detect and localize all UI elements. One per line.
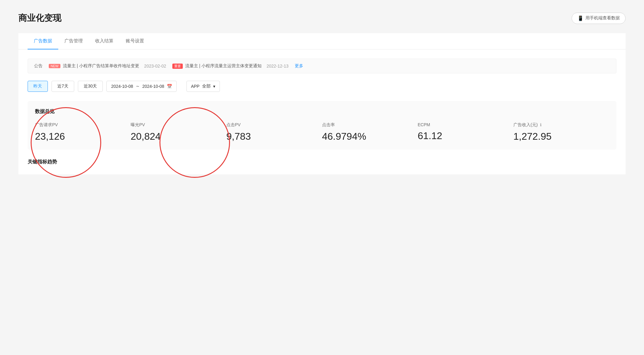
- announcement-more-link[interactable]: 更多: [295, 63, 303, 69]
- filter-30days[interactable]: 近30天: [78, 81, 103, 92]
- page-header: 商业化变现 📱 用手机端查看数据: [18, 12, 626, 24]
- metric-value-ecpm: 61.12: [418, 130, 504, 142]
- metric-value-ad-request: 23,126: [35, 131, 121, 142]
- circle-annotation-1: [31, 107, 101, 178]
- date-end: 2024-10-08: [142, 84, 164, 89]
- metric-label-impression: 曝光PV: [131, 122, 217, 128]
- tab-ad-management[interactable]: 广告管理: [58, 33, 89, 49]
- announcement-date-1: 2023-02-02: [144, 64, 166, 68]
- main-content: 公告 NEW 流量主 | 小程序广告结算单收件地址变更 2023-02-02 重…: [18, 49, 626, 174]
- filter-yesterday[interactable]: 昨天: [28, 81, 48, 92]
- trend-section: 关键指标趋势: [28, 159, 616, 165]
- data-overview-title: 数据总览: [35, 108, 609, 115]
- metric-ctr: 点击率 46.9794%: [322, 122, 418, 142]
- announcement-label: 公告: [34, 63, 43, 69]
- page-wrapper: 商业化变现 📱 用手机端查看数据 广告数据 广告管理 收入结算 账号设置 公告 …: [0, 0, 644, 355]
- mobile-btn-label: 用手机端查看数据: [585, 15, 620, 21]
- chevron-down-icon: ▾: [213, 84, 215, 89]
- tab-account[interactable]: 账号设置: [120, 33, 150, 49]
- date-range-picker[interactable]: 2024-10-08 ～ 2024-10-08 📅: [106, 81, 176, 92]
- announcement-item-2: 重要 流量主 | 小程序流量主运营主体变更通知 2022-12-13: [172, 63, 289, 69]
- page-title: 商业化变现: [18, 12, 61, 24]
- metrics-row: 广告请求PV 23,126 曝光PV 20,824 点击PV 9,783 点击率…: [35, 122, 609, 142]
- filter-bar: 昨天 近7天 近30天 2024-10-08 ～ 2024-10-08 📅 AP…: [28, 81, 616, 92]
- badge-important-2: 重要: [172, 64, 183, 69]
- mobile-view-button[interactable]: 📱 用手机端查看数据: [572, 13, 626, 24]
- metric-value-ctr: 46.9794%: [322, 131, 408, 142]
- filter-7days[interactable]: 近7天: [52, 81, 74, 92]
- app-value: 全部: [202, 84, 211, 89]
- badge-new-1: NEW: [49, 64, 60, 68]
- phone-icon: 📱: [577, 15, 584, 21]
- metric-label-ad-request: 广告请求PV: [35, 122, 121, 128]
- app-label: APP: [191, 84, 200, 89]
- calendar-icon: 📅: [167, 84, 172, 89]
- metric-label-click: 点击PV: [226, 122, 313, 128]
- announcement-item-1: NEW 流量主 | 小程序广告结算单收件地址变更 2023-02-02: [49, 63, 166, 69]
- metric-impression: 曝光PV 20,824: [131, 122, 226, 142]
- metric-label-ctr: 点击率: [322, 122, 408, 128]
- metric-click: 点击PV 9,783: [226, 122, 322, 142]
- date-start: 2024-10-08: [111, 84, 133, 89]
- metric-label-ecpm: ECPM: [418, 122, 504, 127]
- tab-revenue[interactable]: 收入结算: [89, 33, 120, 49]
- announcement-bar: 公告 NEW 流量主 | 小程序广告结算单收件地址变更 2023-02-02 重…: [28, 59, 616, 73]
- announcement-text-1: 流量主 | 小程序广告结算单收件地址变更: [63, 63, 139, 69]
- app-selector[interactable]: APP 全部 ▾: [186, 81, 220, 92]
- info-icon[interactable]: ℹ: [540, 123, 542, 127]
- metric-revenue: 广告收入(元) ℹ 1,272.95: [513, 122, 609, 142]
- metric-value-click: 9,783: [226, 131, 313, 142]
- data-overview-section: 数据总览 广告请求PV 23,126 曝光PV 20,824 点击PV 9,78…: [28, 101, 616, 150]
- metric-ecpm: ECPM 61.12: [418, 122, 513, 142]
- tab-ad-data[interactable]: 广告数据: [28, 33, 58, 49]
- date-separator: ～: [136, 84, 140, 89]
- trend-title: 关键指标趋势: [28, 159, 57, 164]
- metric-ad-request: 广告请求PV 23,126: [35, 122, 131, 142]
- tabs-bar: 广告数据 广告管理 收入结算 账号设置: [18, 33, 626, 49]
- metric-label-revenue: 广告收入(元) ℹ: [513, 122, 600, 128]
- circle-annotation-2: [159, 107, 230, 178]
- announcement-date-2: 2022-12-13: [266, 64, 289, 68]
- metric-value-revenue: 1,272.95: [513, 131, 600, 142]
- announcement-text-2: 流量主 | 小程序流量主运营主体变更通知: [185, 63, 262, 69]
- metric-value-impression: 20,824: [131, 131, 217, 142]
